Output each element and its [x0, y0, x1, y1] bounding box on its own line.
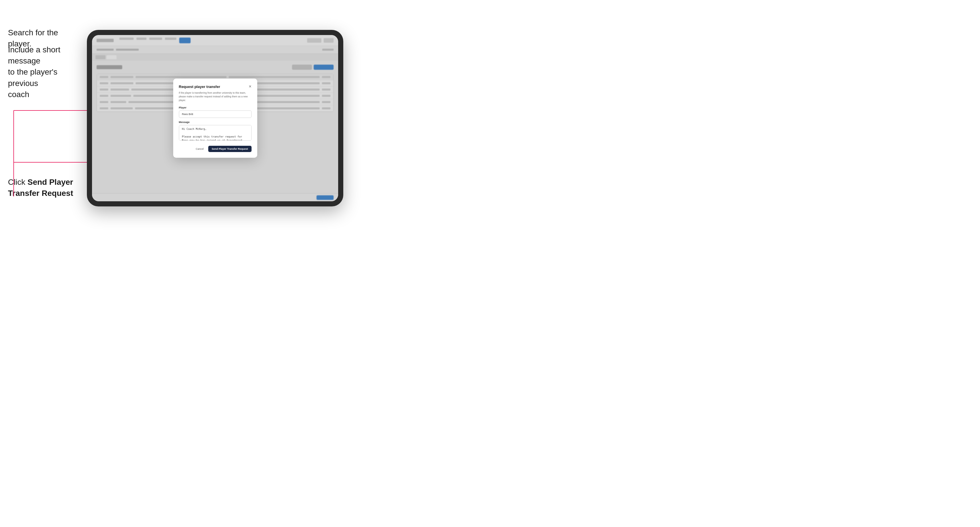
- player-label: Player: [179, 106, 251, 109]
- modal-title: Request player transfer: [179, 84, 220, 89]
- close-button[interactable]: ×: [249, 84, 251, 89]
- tablet-device: Request player transfer × If the player …: [87, 30, 343, 206]
- modal-dialog: Request player transfer × If the player …: [173, 79, 257, 157]
- modal-footer: Cancel Send Player Transfer Request: [179, 146, 251, 152]
- message-label: Message: [179, 121, 251, 124]
- modal-description: If the player is transferring from anoth…: [179, 91, 251, 102]
- modal-overlay: Request player transfer × If the player …: [92, 35, 338, 201]
- annotation-text-message: Include a short messageto the player's p…: [8, 44, 82, 100]
- player-input[interactable]: [179, 111, 251, 118]
- annotation-area: Search for the player. Include a short m…: [0, 0, 83, 527]
- modal-header: Request player transfer ×: [179, 84, 251, 89]
- cancel-button[interactable]: Cancel: [193, 146, 206, 152]
- message-textarea[interactable]: Hi Coach McHarg, Please accept this tran…: [179, 125, 251, 141]
- tablet-screen: Request player transfer × If the player …: [92, 35, 338, 201]
- send-transfer-button[interactable]: Send Player Transfer Request: [208, 146, 251, 152]
- annotation-text-click: Click Send PlayerTransfer Request: [8, 176, 82, 199]
